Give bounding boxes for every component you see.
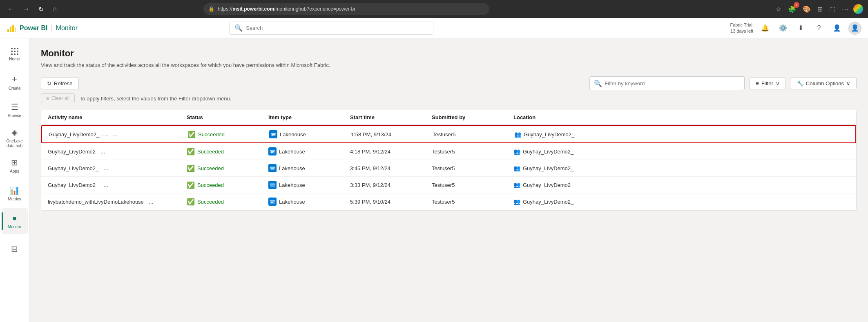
notifications-icon[interactable]: 🔔: [759, 22, 772, 35]
sidebar-item-create[interactable]: + Create: [2, 69, 28, 95]
star-icon[interactable]: ☆: [774, 4, 783, 15]
start-time-text: 3:33 PM, 9/12/24: [350, 182, 390, 188]
svg-rect-18: [271, 202, 273, 203]
home-browser-button[interactable]: ⌂: [50, 4, 59, 14]
table-row[interactable]: Guyhay_LivyDemo2_ ... ✅ Succeeded Lakeho…: [41, 177, 856, 193]
extensions-icon[interactable]: 🧩 1: [786, 4, 798, 15]
cell-location: 👥 Guyhay_LivyDemo2_: [514, 131, 849, 138]
screenshot-icon[interactable]: ⬚: [828, 4, 837, 15]
filter-keyword-input[interactable]: [605, 80, 740, 87]
lock-icon: 🔒: [208, 6, 214, 12]
back-button[interactable]: ←: [5, 4, 16, 14]
app-topbar: Power BI | Monitor 🔍 Fabric Trial: 13 da…: [0, 18, 868, 38]
more-options-button[interactable]: ...: [98, 147, 108, 155]
table-body: Guyhay_LivyDemo2_ . ... ... ✅ Succeeded …: [41, 125, 856, 210]
sidebar-item-home[interactable]: Home: [2, 42, 28, 68]
submitted-by-text: Testuser5: [432, 149, 455, 155]
sidebar-item-browse[interactable]: ☰ Browse: [2, 97, 28, 123]
table-row[interactable]: livybatchdemo_withLivyDemoLakehouse ... …: [41, 193, 856, 210]
item-type-icon: [268, 181, 277, 189]
url-host: msit.powerbi.com: [232, 6, 274, 12]
status-text: Succeeded: [198, 131, 225, 138]
more-options-button[interactable]: ...: [111, 130, 120, 138]
profile-icon[interactable]: 🎨: [801, 4, 812, 15]
sidebar-item-metrics[interactable]: 📊 Metrics: [2, 180, 28, 207]
data-table: Activity name Status Item type Start tim…: [41, 110, 857, 211]
svg-rect-6: [272, 135, 274, 135]
filter-keyword-input-wrap[interactable]: 🔍: [589, 76, 745, 90]
table-row[interactable]: Guyhay_LivyDemo2_ ... ✅ Succeeded Lakeho…: [41, 160, 856, 177]
location-text: Guyhay_LivyDemo2_: [523, 165, 573, 171]
browser-chrome: ← → ↻ ⌂ 🔒 https://msit.powerbi.com/monit…: [0, 0, 868, 18]
sidebar-item-apps[interactable]: ⊞ Apps: [2, 153, 28, 179]
location-icon: 👥: [514, 131, 521, 138]
filter-bar: ≡ Clear all To apply filters, select the…: [41, 93, 857, 103]
share-icon[interactable]: 👤: [830, 22, 843, 35]
sidebar-item-monitor[interactable]: ● Monitor: [2, 208, 28, 234]
sidebar-item-monitor-label: Monitor: [8, 224, 21, 229]
col-header-activity-name: Activity name: [48, 114, 187, 120]
start-time-text: 1:58 PM, 9/13/24: [351, 131, 391, 138]
sidebar-item-onelake[interactable]: ◈ OneLakedata hub: [2, 125, 28, 151]
sidebar-item-apps-label: Apps: [10, 169, 19, 174]
monitor-icon: ●: [12, 213, 17, 223]
activity-name-text: Guyhay_LivyDemo2: [48, 149, 96, 155]
address-bar[interactable]: 🔒 https://msit.powerbi.com/monitoringhub…: [203, 3, 489, 15]
refresh-button[interactable]: ↻ Refresh: [41, 78, 79, 89]
success-icon: ✅: [187, 131, 196, 138]
sidebar-item-onelake-label: OneLakedata hub: [6, 139, 23, 149]
account-icon[interactable]: [853, 4, 863, 14]
grid-icon: [11, 48, 18, 55]
search-input[interactable]: [246, 25, 428, 31]
cell-item-type: Lakehouse: [268, 198, 350, 206]
sidebar-toggle-icon[interactable]: ⊞: [816, 4, 824, 15]
location-text: Guyhay_LivyDemo2_: [523, 199, 573, 205]
search-box[interactable]: 🔍: [229, 22, 433, 35]
col-header-status: Status: [187, 114, 268, 120]
table-row[interactable]: Guyhay_LivyDemo2_ . ... ... ✅ Succeeded …: [41, 125, 856, 143]
more-options-button[interactable]: ...: [146, 198, 156, 206]
column-options-button[interactable]: 🔧 Column Options ∨: [791, 78, 857, 89]
app-title-powerbi: Power BI: [20, 24, 47, 32]
svg-rect-9: [271, 152, 273, 153]
url-path: /monitoringhub?experience=power-bi: [274, 6, 355, 12]
browse-icon: ☰: [11, 102, 18, 112]
cell-item-type: Lakehouse: [268, 181, 350, 189]
download-icon[interactable]: ⬇: [794, 22, 808, 35]
cell-start-time: 5:39 PM, 9/10/24: [350, 199, 432, 205]
item-type-text: Lakehouse: [279, 182, 305, 188]
settings-icon[interactable]: ⚙️: [777, 22, 790, 35]
cell-start-time: 3:45 PM, 9/12/24: [350, 165, 432, 171]
more-options-button[interactable]: ...: [101, 164, 111, 172]
help-icon[interactable]: ?: [812, 22, 826, 35]
success-icon: ✅: [187, 181, 195, 189]
cell-start-time: 1:58 PM, 9/13/24: [351, 131, 433, 138]
svg-rect-17: [271, 202, 274, 202]
cell-status: ✅ Succeeded: [187, 131, 269, 138]
item-type-text: Lakehouse: [279, 199, 305, 205]
filter-button[interactable]: ≡ Filter ∨: [750, 78, 785, 89]
cell-activity-name: livybatchdemo_withLivyDemoLakehouse ...: [48, 198, 187, 206]
clear-all-button[interactable]: ≡ Clear all: [41, 93, 75, 103]
col-header-location: Location: [513, 114, 850, 120]
url-prefix: https://: [218, 6, 232, 12]
user-avatar[interactable]: 👤: [848, 22, 861, 35]
onelake-icon: ◈: [11, 127, 18, 137]
cell-item-type: Lakehouse: [269, 130, 351, 138]
more-browser-icon[interactable]: ⋯: [840, 4, 850, 15]
column-options-icon: 🔧: [797, 80, 803, 87]
cell-activity-name: Guyhay_LivyDemo2_ ...: [48, 181, 187, 189]
location-icon: 👥: [513, 182, 520, 188]
forward-button[interactable]: →: [20, 4, 32, 14]
item-type-icon: [268, 198, 277, 206]
table-row[interactable]: Guyhay_LivyDemo2 ... ✅ Succeeded Lakehou…: [41, 143, 856, 160]
cell-activity-name: Guyhay_LivyDemo2_ . ... ...: [49, 130, 187, 138]
col-header-item-type: Item type: [268, 114, 350, 120]
cell-activity-name: Guyhay_LivyDemo2 ...: [48, 147, 187, 155]
start-time-text: 4:18 PM, 9/12/24: [350, 149, 390, 155]
sidebar-item-workspaces[interactable]: ⊟: [2, 236, 28, 262]
cell-status: ✅ Succeeded: [187, 164, 268, 172]
search-icon: 🔍: [234, 24, 243, 32]
more-options-button[interactable]: ...: [101, 181, 111, 189]
reload-button[interactable]: ↻: [36, 4, 46, 15]
